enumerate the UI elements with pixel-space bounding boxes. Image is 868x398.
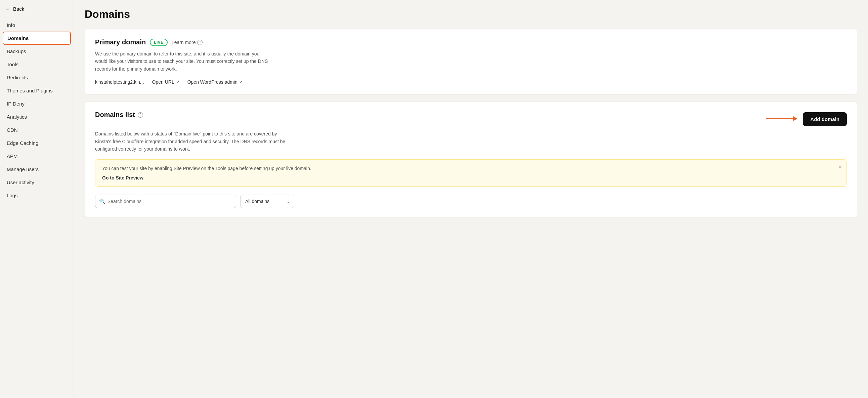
sidebar-item-ip-deny[interactable]: IP Deny	[0, 97, 73, 110]
search-container: 🔍	[95, 195, 236, 208]
sidebar-item-label: Edge Caching	[7, 140, 38, 146]
sidebar-item-label: Redirects	[7, 75, 28, 80]
sidebar-item-label: Domains	[7, 35, 29, 41]
sidebar-item-logs[interactable]: Logs	[0, 189, 73, 202]
sidebar-item-backups[interactable]: Backups	[0, 45, 73, 58]
back-label: Back	[13, 6, 24, 12]
alert-close-button[interactable]: ×	[838, 164, 842, 170]
domains-list-left: Domains list ?	[95, 111, 143, 119]
learn-more-label: Learn more	[172, 40, 196, 45]
go-to-site-preview-link[interactable]: Go to Site Preview	[102, 175, 144, 180]
sidebar-item-apm[interactable]: APM	[0, 149, 73, 163]
learn-more-link[interactable]: Learn more ?	[172, 40, 203, 45]
main-content: Domains Primary domain LIVE Learn more ?…	[74, 0, 868, 398]
sidebar-item-edge-caching[interactable]: Edge Caching	[0, 137, 73, 149]
primary-domain-title: Primary domain	[95, 38, 146, 46]
sidebar-item-label: Tools	[7, 61, 19, 67]
domains-list-card: Domains list ? Add domain Domains listed…	[85, 101, 857, 218]
sidebar-item-user-activity[interactable]: User activity	[0, 176, 73, 189]
domains-list-header: Domains list ? Add domain	[95, 111, 847, 126]
sidebar-nav: Info Domains Backups Tools Redirects The…	[0, 17, 73, 203]
open-url-link[interactable]: Open URL ↗	[152, 79, 179, 85]
search-icon: 🔍	[99, 198, 105, 204]
open-url-label: Open URL	[152, 79, 174, 85]
alert-text: You can test your site by enabling Site …	[102, 165, 840, 172]
sidebar-item-label: Backups	[7, 49, 26, 54]
external-link-icon-2: ↗	[239, 80, 243, 84]
live-badge: LIVE	[150, 39, 167, 46]
sidebar-item-tools[interactable]: Tools	[0, 58, 73, 71]
filter-domains-select[interactable]: All domains Live domains Redirect domain…	[240, 195, 294, 208]
sidebar-item-label: Logs	[7, 193, 18, 198]
back-arrow-icon: ←	[5, 6, 10, 12]
arrow-head	[793, 116, 798, 121]
domains-list-title-row: Domains list ?	[95, 111, 143, 119]
search-domains-input[interactable]	[95, 195, 236, 208]
sidebar-item-domains[interactable]: Domains	[3, 32, 71, 45]
sidebar-item-manage-users[interactable]: Manage users	[0, 163, 73, 176]
sidebar-item-label: IP Deny	[7, 101, 25, 107]
open-wp-admin-label: Open WordPress admin	[187, 79, 238, 85]
arrow-indicator	[766, 116, 798, 121]
sidebar-item-label: Analytics	[7, 114, 27, 120]
sidebar-item-cdn[interactable]: CDN	[0, 123, 73, 137]
primary-domain-description: We use the primary domain to refer to th…	[95, 50, 270, 73]
primary-domain-header: Primary domain LIVE Learn more ?	[95, 38, 847, 46]
sidebar: ← Back Info Domains Backups Tools Redire…	[0, 0, 74, 398]
sidebar-item-info[interactable]: Info	[0, 19, 73, 32]
domains-list-title: Domains list	[95, 111, 135, 119]
primary-domain-card: Primary domain LIVE Learn more ? We use …	[85, 29, 857, 94]
external-link-icon: ↗	[176, 80, 179, 84]
sidebar-item-label: APM	[7, 153, 18, 159]
filter-select-wrapper: All domains Live domains Redirect domain…	[240, 195, 294, 208]
sidebar-item-label: Manage users	[7, 166, 39, 172]
domain-name: kinstahelptesting2.kin...	[95, 79, 144, 85]
sidebar-item-label: CDN	[7, 127, 18, 133]
page-title: Domains	[85, 8, 857, 21]
back-button[interactable]: ← Back	[0, 0, 73, 17]
help-circle-icon: ?	[197, 40, 203, 45]
sidebar-item-label: Info	[7, 22, 15, 28]
site-preview-alert: You can test your site by enabling Site …	[95, 159, 847, 187]
domain-row: kinstahelptesting2.kin... Open URL ↗ Ope…	[95, 79, 847, 85]
domains-list-help-icon[interactable]: ?	[138, 112, 143, 118]
sidebar-item-label: Themes and Plugins	[7, 88, 53, 93]
sidebar-item-themes-plugins[interactable]: Themes and Plugins	[0, 84, 73, 97]
add-domain-area: Add domain	[766, 111, 847, 126]
sidebar-item-redirects[interactable]: Redirects	[0, 71, 73, 84]
sidebar-item-analytics[interactable]: Analytics	[0, 110, 73, 123]
search-filter-row: 🔍 All domains Live domains Redirect doma…	[95, 195, 847, 208]
open-wp-admin-link[interactable]: Open WordPress admin ↗	[187, 79, 243, 85]
sidebar-item-label: User activity	[7, 179, 34, 185]
arrow-line	[766, 118, 793, 119]
domains-list-description: Domains listed below with a status of "D…	[95, 130, 290, 152]
add-domain-button[interactable]: Add domain	[803, 112, 847, 126]
